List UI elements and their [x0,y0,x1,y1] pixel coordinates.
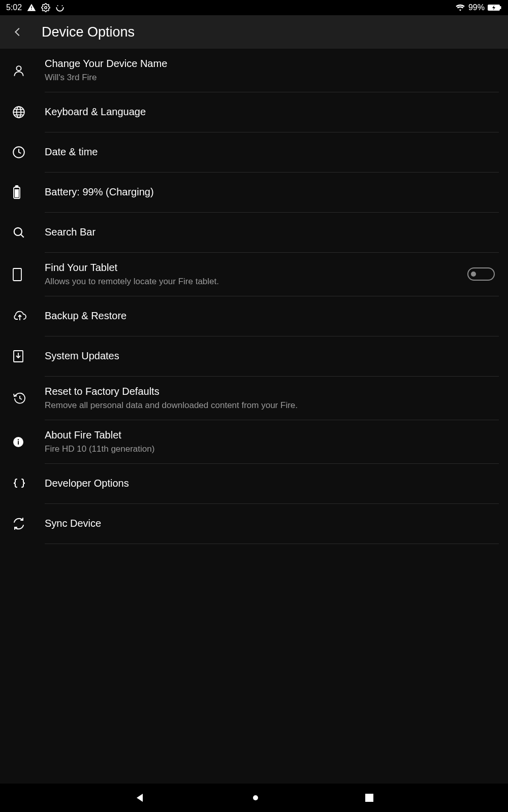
row-factory-reset[interactable]: Reset to Factory Defaults Remove all per… [9,377,499,420]
row-title: System Updates [45,349,499,363]
download-box-icon [9,350,45,363]
search-icon [9,226,45,239]
row-system-updates[interactable]: System Updates [9,336,499,377]
row-subtitle: Allows you to remotely locate your Fire … [45,276,467,288]
row-developer-options[interactable]: Developer Options [9,464,499,504]
svg-rect-22 [18,441,19,445]
svg-point-5 [16,66,21,71]
row-title: Find Your Tablet [45,261,467,275]
row-title: Backup & Restore [45,309,499,323]
row-title: Keyboard & Language [45,105,499,119]
row-title: Search Bar [45,225,499,239]
nav-back-button[interactable] [134,792,146,804]
wifi-icon [455,4,465,12]
svg-rect-17 [13,268,21,281]
gear-icon [41,3,50,12]
svg-rect-13 [16,186,18,187]
status-right: 99% [455,3,502,12]
sync-icon [9,517,45,530]
row-title: Change Your Device Name [45,57,499,71]
tablet-icon [9,267,45,282]
svg-line-16 [21,234,24,238]
cloud-upload-icon [9,310,45,322]
row-title: Sync Device [45,517,499,530]
svg-point-15 [14,228,22,235]
svg-rect-14 [15,189,19,197]
smile-icon [55,3,65,12]
clock-icon [9,146,45,159]
row-subtitle: Fire HD 10 (11th generation) [45,444,499,455]
row-device-name[interactable]: Change Your Device Name Will's 3rd Fire [9,49,499,92]
info-icon [9,436,45,448]
row-date-time[interactable]: Date & time [9,132,499,173]
nav-home-button[interactable] [252,794,259,801]
svg-point-0 [45,7,47,9]
row-subtitle: Remove all personal data and downloaded … [45,400,499,412]
page-title: Device Options [42,24,135,40]
row-backup-restore[interactable]: Backup & Restore [9,296,499,336]
row-subtitle: Will's 3rd Fire [45,72,499,84]
row-battery[interactable]: Battery: 99% (Charging) [9,173,499,213]
svg-rect-4 [500,6,501,9]
row-search-bar[interactable]: Search Bar [9,213,499,253]
svg-point-1 [57,5,58,6]
row-keyboard-language[interactable]: Keyboard & Language [9,92,499,132]
row-title: Date & time [45,145,499,159]
header: Device Options [0,15,508,49]
navigation-bar [0,784,508,812]
svg-rect-25 [365,794,373,802]
person-icon [9,64,45,77]
warning-icon [27,3,36,12]
row-title: About Fire Tablet [45,428,499,442]
row-about[interactable]: About Fire Tablet Fire HD 10 (11th gener… [9,420,499,464]
svg-point-2 [62,5,63,6]
svg-point-23 [18,439,19,441]
braces-icon [9,478,45,490]
row-title: Reset to Factory Defaults [45,385,499,398]
back-button[interactable] [12,26,23,38]
status-left: 5:02 [6,3,65,12]
globe-icon [9,106,45,119]
history-icon [9,392,45,405]
status-bar: 5:02 99% [0,0,508,15]
settings-list: Change Your Device Name Will's 3rd Fire … [0,49,508,784]
nav-recent-button[interactable] [365,793,374,802]
svg-point-24 [253,795,258,800]
status-battery-pct: 99% [468,3,485,12]
find-tablet-toggle[interactable] [467,267,495,281]
row-sync-device[interactable]: Sync Device [9,504,499,544]
toggle-knob [471,272,476,277]
row-title: Developer Options [45,477,499,490]
row-find-tablet[interactable]: Find Your Tablet Allows you to remotely … [9,253,499,296]
row-title: Battery: 99% (Charging) [45,185,499,199]
battery-icon [9,185,45,199]
status-time: 5:02 [6,3,22,12]
battery-charging-icon [488,4,502,11]
